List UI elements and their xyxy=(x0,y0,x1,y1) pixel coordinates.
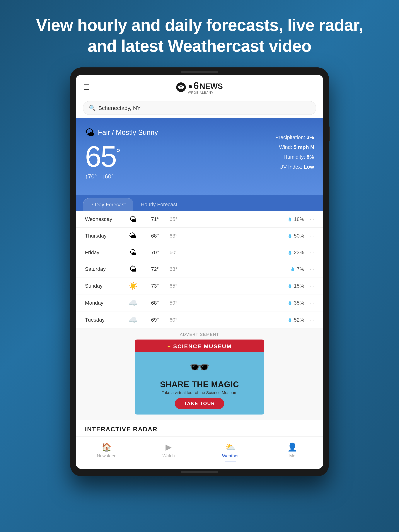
nav-item-watch[interactable]: ▶ Watch xyxy=(138,440,200,463)
forecast-more-dots[interactable]: ··· xyxy=(310,317,314,323)
ad-sub-text: Take a virtual tour of the Science Museu… xyxy=(162,390,237,395)
forecast-low: 60° xyxy=(159,250,177,255)
precip-value: 50% xyxy=(294,233,304,239)
forecast-weather-icon: ☁️ xyxy=(126,316,140,324)
watch-nav-icon: ▶ xyxy=(165,442,172,452)
forecast-day: Tuesday xyxy=(85,317,126,323)
app-header: ☰ ● 6 NEWS WRGB ALBANY xyxy=(76,75,323,98)
forecast-low: 65° xyxy=(159,216,177,222)
search-input[interactable]: Schenectady, NY xyxy=(98,105,141,111)
forecast-day: Sunday xyxy=(85,283,126,289)
ad-take-tour-button[interactable]: TAKE TOUR xyxy=(175,398,224,409)
forecast-day: Wednesday xyxy=(85,216,126,222)
forecast-row[interactable]: Monday ☁️ 68° 59° 💧 35% ··· xyxy=(76,294,323,311)
search-bar[interactable]: 🔍 Schenectady, NY xyxy=(83,101,316,115)
forecast-weather-icon: 🌤 xyxy=(126,265,140,273)
rain-icon: 💧 xyxy=(287,301,292,305)
forecast-weather-icon: 🌥 xyxy=(126,232,140,240)
promo-line1: View hourly and daily forecasts, live ra… xyxy=(36,15,363,36)
logo-circle xyxy=(176,82,186,92)
humidity-stat: Humidity: 8% xyxy=(275,152,314,162)
me-nav-icon: 👤 xyxy=(287,442,298,452)
ad-share-text: SHARE THE MAGIC xyxy=(160,380,239,389)
tablet-button xyxy=(329,127,330,141)
forecast-more-dots[interactable]: ··· xyxy=(310,216,314,222)
forecast-weather-icon: 🌤 xyxy=(126,248,140,257)
forecast-tabs: 7 Day Forecast Hourly Forecast xyxy=(76,195,323,211)
app-screen: ☰ ● 6 NEWS WRGB ALBANY xyxy=(76,75,323,469)
forecast-weather-icon: ☀️ xyxy=(126,282,140,290)
forecast-high: 70° xyxy=(140,250,159,255)
sun-icon: 🌤 xyxy=(85,127,95,138)
forecast-more-dots[interactable]: ··· xyxy=(310,266,314,272)
forecast-precip: 💧 50% xyxy=(177,233,304,239)
forecast-day: Saturday xyxy=(85,266,126,272)
forecast-precip: 💧 23% xyxy=(177,250,304,255)
weather-stats: Precipitation: 3% Wind: 5 mph N Humidity… xyxy=(275,133,314,172)
radar-section: INTERACTIVE RADAR xyxy=(76,420,323,437)
me-nav-label: Me xyxy=(289,453,295,458)
weather-nav-icon: ⛅ xyxy=(225,442,235,452)
ad-glasses-icon: 🕶️ xyxy=(189,358,210,377)
forecast-row[interactable]: Friday 🌤 70° 60° 💧 23% ··· xyxy=(76,244,323,261)
radar-title: INTERACTIVE RADAR xyxy=(85,426,314,433)
ad-banner[interactable]: ✦ SCIENCE MUSEUM 🕶️ SHARE THE MAGIC Take… xyxy=(135,340,264,415)
precip-value: 18% xyxy=(294,216,304,222)
promo-header: View hourly and daily forecasts, live ra… xyxy=(18,0,381,67)
temp-number: 65° xyxy=(85,140,120,173)
forecast-weather-icon: 🌤 xyxy=(126,215,140,223)
tab-7day[interactable]: 7 Day Forecast xyxy=(83,198,133,211)
bottom-nav: 🏠 Newsfeed ▶ Watch ⛅ Weather 👤 Me xyxy=(76,437,323,469)
forecast-precip: 💧 18% xyxy=(177,216,304,222)
forecast-high: 72° xyxy=(140,266,159,272)
nav-item-weather[interactable]: ⛅ Weather xyxy=(200,440,261,463)
precip-value: 35% xyxy=(294,300,304,306)
app-logo: ● 6 NEWS WRGB ALBANY xyxy=(176,80,223,94)
precip-value: 23% xyxy=(294,250,304,255)
rain-icon: 💧 xyxy=(287,317,292,322)
forecast-row[interactable]: Sunday ☀️ 73° 65° 💧 15% ··· xyxy=(76,278,323,294)
forecast-row[interactable]: Wednesday 🌤 71° 65° 💧 18% ··· xyxy=(76,211,323,228)
rain-icon: 💧 xyxy=(290,267,295,272)
promo-line2: and latest Weathercast video xyxy=(36,36,363,57)
forecast-more-dots[interactable]: ··· xyxy=(310,300,314,306)
newsfeed-nav-icon: 🏠 xyxy=(101,442,112,452)
nav-item-newsfeed[interactable]: 🏠 Newsfeed xyxy=(76,440,138,463)
forecast-day: Monday xyxy=(85,300,126,306)
forecast-more-dots[interactable]: ··· xyxy=(310,250,314,255)
tab-hourly[interactable]: Hourly Forecast xyxy=(133,198,185,211)
nav-active-indicator xyxy=(225,461,236,462)
forecast-more-dots[interactable]: ··· xyxy=(310,233,314,239)
rain-icon: 💧 xyxy=(287,217,292,222)
forecast-high: 69° xyxy=(140,317,159,323)
forecast-low: 65° xyxy=(159,283,177,289)
forecast-row[interactable]: Saturday 🌤 72° 63° 💧 7% ··· xyxy=(76,261,323,278)
forecast-precip: 💧 7% xyxy=(177,266,304,272)
ad-section: ADVERTISEMENT ✦ SCIENCE MUSEUM 🕶️ SHARE … xyxy=(76,329,323,420)
rain-icon: 💧 xyxy=(287,284,292,288)
nav-item-me[interactable]: 👤 Me xyxy=(261,440,323,463)
forecast-low: 63° xyxy=(159,266,177,272)
forecast-precip: 💧 15% xyxy=(177,283,304,289)
forecast-row[interactable]: Tuesday ☁️ 69° 60° 💧 52% ··· xyxy=(76,311,323,329)
wind-stat: Wind: 5 mph N xyxy=(275,142,314,152)
uv-stat: UV Index: Low xyxy=(275,162,314,172)
forecast-list: Wednesday 🌤 71° 65° 💧 18% ··· Thursday 🌥… xyxy=(76,211,323,329)
ad-label: ADVERTISEMENT xyxy=(83,332,316,337)
ad-museum-name: ✦ SCIENCE MUSEUM xyxy=(140,343,259,349)
forecast-precip: 💧 52% xyxy=(177,317,304,323)
weather-hero: 🌤 Fair / Mostly Sunny 65° ↑70° ↓60° Prec… xyxy=(76,118,323,195)
forecast-low: 63° xyxy=(159,233,177,239)
logo-station: WRGB ALBANY xyxy=(188,91,214,94)
forecast-row[interactable]: Thursday 🌥 68° 63° 💧 50% ··· xyxy=(76,228,323,244)
condition-text: Fair / Mostly Sunny xyxy=(98,129,158,137)
precip-stat: Precipitation: 3% xyxy=(275,133,314,142)
logo-number: 6 xyxy=(193,80,199,91)
newsfeed-nav-label: Newsfeed xyxy=(97,453,117,458)
watch-nav-label: Watch xyxy=(162,453,175,458)
hamburger-icon[interactable]: ☰ xyxy=(83,83,89,91)
forecast-more-dots[interactable]: ··· xyxy=(310,283,314,289)
ad-star: ✦ xyxy=(167,344,171,349)
logo-text: ● 6 NEWS WRGB ALBANY xyxy=(188,80,223,94)
forecast-low: 60° xyxy=(159,317,177,323)
